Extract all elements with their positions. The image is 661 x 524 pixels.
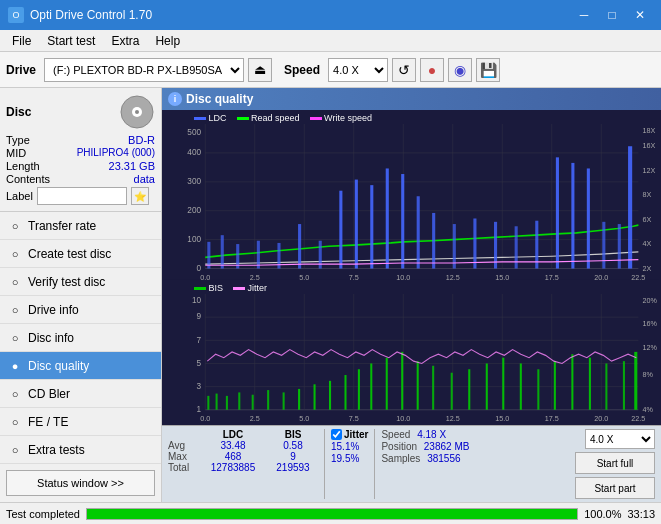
svg-text:15.0: 15.0 <box>495 272 509 279</box>
menu-extra[interactable]: Extra <box>103 32 147 50</box>
svg-text:4X: 4X <box>643 239 652 248</box>
mid-value: PHILIPRO4 (000) <box>77 147 155 159</box>
nav-label-create-test-disc: Create test disc <box>28 247 111 261</box>
menu-help[interactable]: Help <box>147 32 188 50</box>
label-input[interactable] <box>37 187 127 205</box>
nav-item-verify-test-disc[interactable]: ○Verify test disc <box>0 268 161 296</box>
time-display: 33:13 <box>627 508 655 520</box>
title-controls[interactable]: ─ □ ✕ <box>571 5 653 25</box>
position-label: Position <box>381 441 417 452</box>
speed-dropdown[interactable]: 4.0 X <box>585 429 655 449</box>
svg-text:17.5: 17.5 <box>545 272 559 279</box>
ldc-header: LDC <box>198 429 268 440</box>
disc-contents-row: Contents data <box>6 173 155 185</box>
jitter-section: Jitter 15.1% 19.5% <box>331 429 368 464</box>
stats-section: LDC BIS Avg 33.48 0.58 Max 468 9 Total 1… <box>162 425 661 502</box>
bottom-legend: BIS Jitter <box>164 282 659 294</box>
menu-start-test[interactable]: Start test <box>39 32 103 50</box>
samples-row: Samples 381556 <box>381 453 469 464</box>
eject-button[interactable]: ⏏ <box>248 58 272 82</box>
disc-panel: Disc Type BD-R MID PHILIPRO4 (000) Lengt… <box>0 88 161 212</box>
disc-quality-title: Disc quality <box>186 92 253 106</box>
drive-select[interactable]: (F:) PLEXTOR BD-R PX-LB950SA 1.06 <box>44 58 244 82</box>
bis-header: BIS <box>268 429 318 440</box>
svg-rect-113 <box>358 369 360 410</box>
progress-bar-container <box>86 508 578 520</box>
disc-type-row: Type BD-R <box>6 134 155 146</box>
svg-text:7.5: 7.5 <box>349 272 359 279</box>
speed-row: Speed 4.18 X <box>381 429 469 440</box>
svg-text:7: 7 <box>197 334 202 345</box>
svg-text:200: 200 <box>187 205 201 215</box>
svg-text:3: 3 <box>197 380 202 391</box>
speed-label: Speed <box>284 63 320 77</box>
read-speed-legend: Read speed <box>237 113 300 123</box>
svg-rect-122 <box>502 357 504 409</box>
svg-text:22.5: 22.5 <box>631 272 645 279</box>
nav-item-fe-te[interactable]: ○FE / TE <box>0 408 161 436</box>
save-button[interactable]: 💾 <box>476 58 500 82</box>
disc-button[interactable]: ● <box>420 58 444 82</box>
svg-text:0.0: 0.0 <box>200 272 210 279</box>
avg-bis: 0.58 <box>268 440 318 451</box>
drive-label: Drive <box>6 63 36 77</box>
svg-rect-52 <box>401 174 404 268</box>
start-part-button[interactable]: Start part <box>575 477 655 499</box>
svg-text:2.5: 2.5 <box>250 272 260 279</box>
svg-rect-105 <box>238 392 240 409</box>
svg-rect-128 <box>605 363 607 409</box>
start-full-button[interactable]: Start full <box>575 452 655 474</box>
menu-file[interactable]: File <box>4 32 39 50</box>
avg-jitter-row: 15.1% <box>331 441 368 452</box>
jitter-check-row[interactable]: Jitter <box>331 429 368 440</box>
svg-rect-127 <box>589 357 591 409</box>
nav-item-drive-info[interactable]: ○Drive info <box>0 296 161 324</box>
jitter-checkbox[interactable] <box>331 429 342 440</box>
erase-button[interactable]: ◉ <box>448 58 472 82</box>
nav-item-transfer-rate[interactable]: ○Transfer rate <box>0 212 161 240</box>
svg-text:7.5: 7.5 <box>349 414 359 421</box>
jitter-legend: Jitter <box>233 283 267 293</box>
svg-text:5: 5 <box>197 357 202 368</box>
stats-table: LDC BIS Avg 33.48 0.58 Max 468 9 Total 1… <box>168 429 318 473</box>
status-window-button[interactable]: Status window >> <box>6 470 155 496</box>
nav-item-cd-bler[interactable]: ○CD Bler <box>0 380 161 408</box>
nav-item-extra-tests[interactable]: ○Extra tests <box>0 436 161 464</box>
contents-value: data <box>134 173 155 185</box>
svg-rect-102 <box>207 396 209 410</box>
svg-rect-130 <box>634 352 637 410</box>
svg-rect-108 <box>283 392 285 409</box>
svg-rect-53 <box>417 196 420 268</box>
samples-value: 381556 <box>427 453 460 464</box>
svg-text:22.5: 22.5 <box>631 414 645 421</box>
close-button[interactable]: ✕ <box>627 5 653 25</box>
bottom-chart-container: BIS Jitter <box>162 282 661 425</box>
svg-rect-48 <box>339 191 342 269</box>
maximize-button[interactable]: □ <box>599 5 625 25</box>
svg-rect-61 <box>571 163 574 269</box>
stats-header-row: LDC BIS <box>168 429 318 440</box>
label-save-button[interactable]: ⭐ <box>131 187 149 205</box>
refresh-button[interactable]: ↺ <box>392 58 416 82</box>
length-value: 23.31 GB <box>109 160 155 172</box>
disc-quality-header: i Disc quality <box>162 88 661 110</box>
nav-item-create-test-disc[interactable]: ○Create test disc <box>0 240 161 268</box>
svg-rect-107 <box>267 390 269 410</box>
svg-text:100: 100 <box>187 234 201 244</box>
svg-rect-125 <box>554 361 556 410</box>
disc-quality-icon: i <box>168 92 182 106</box>
svg-rect-46 <box>298 224 301 268</box>
nav-item-disc-info[interactable]: ○Disc info <box>0 324 161 352</box>
svg-rect-44 <box>257 241 260 269</box>
minimize-button[interactable]: ─ <box>571 5 597 25</box>
nav-item-disc-quality[interactable]: ●Disc quality <box>0 352 161 380</box>
svg-rect-114 <box>370 363 372 409</box>
svg-text:20%: 20% <box>643 296 658 306</box>
speed-select[interactable]: 4.0 X <box>328 58 388 82</box>
svg-text:12.5: 12.5 <box>446 414 460 421</box>
disc-mid-row: MID PHILIPRO4 (000) <box>6 147 155 159</box>
svg-text:12%: 12% <box>643 342 658 352</box>
total-bis: 219593 <box>268 462 318 473</box>
status-text: Test completed <box>6 508 80 520</box>
svg-rect-63 <box>602 222 605 269</box>
